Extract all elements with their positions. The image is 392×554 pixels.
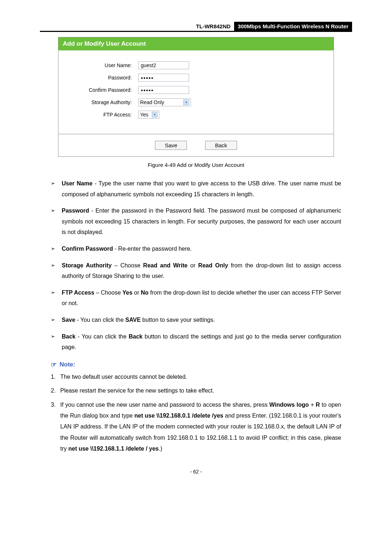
row-ftp: FTP Access: Yes ▾ <box>66 111 326 119</box>
note-heading: ☞ Note: <box>51 361 352 369</box>
page-number: - 62 - <box>40 469 352 475</box>
button-row: Save Back <box>58 134 334 156</box>
ftp-value: Yes <box>140 112 148 118</box>
list-item: 3. If you cannot use the new user name a… <box>51 399 341 455</box>
model-number: TL-WR842ND <box>192 22 234 31</box>
label-password: Password: <box>66 75 138 81</box>
product-description: 300Mbps Multi-Function Wireless N Router <box>234 22 352 31</box>
list-item: 1. The two default user accounts cannot … <box>51 372 341 382</box>
bullet-icon: ➢ <box>51 178 55 200</box>
row-username: User Name: <box>66 61 326 69</box>
bullet-icon: ➢ <box>51 205 55 238</box>
pointing-hand-icon: ☞ <box>51 361 57 369</box>
note-text: The two default user accounts cannot be … <box>60 372 341 382</box>
page-header: TL-WR842ND 300Mbps Multi-Function Wirele… <box>40 22 352 32</box>
note-label: Note: <box>60 361 75 368</box>
figure-caption: Figure 4-49 Add or Modify User Account <box>40 162 352 168</box>
bullet-icon: ➢ <box>51 287 55 309</box>
field-description-list: ➢ User Name - Type the user name that yo… <box>51 178 341 353</box>
note-text: Please restart the service for the new s… <box>60 385 341 396</box>
list-item: ➢ Save - You can click the SAVE button t… <box>51 315 341 325</box>
bullet-text: Save - You can click the SAVE button to … <box>62 315 341 325</box>
form-area: User Name: Password: ●●●●● Confirm Passw… <box>58 50 334 134</box>
label-authority: Storage Authority: <box>66 99 138 105</box>
num-marker: 3. <box>51 399 60 455</box>
note-list: 1. The two default user accounts cannot … <box>51 372 341 455</box>
chevron-down-icon: ▾ <box>183 99 189 105</box>
bullet-text: User Name - Type the user name that you … <box>62 178 341 200</box>
num-marker: 1. <box>51 372 60 382</box>
authority-select[interactable]: Read Only ▾ <box>138 98 191 106</box>
label-ftp: FTP Access: <box>66 112 138 118</box>
bullet-text: Storage Authority – Choose Read and Writ… <box>62 260 341 282</box>
router-ui-screenshot: Add or Modify User Account User Name: Pa… <box>58 37 334 157</box>
back-button[interactable]: Back <box>205 141 237 150</box>
password-input[interactable]: ●●●●● <box>138 74 189 82</box>
bullet-text: Confirm Password - Re-enter the password… <box>62 243 341 254</box>
note-text: If you cannot use the new user name and … <box>60 399 341 455</box>
bullet-text: Back - You can click the Back button to … <box>62 331 341 353</box>
list-item: 2. Please restart the service for the ne… <box>51 385 341 396</box>
row-authority: Storage Authority: Read Only ▾ <box>66 98 326 106</box>
password-mask: ●●●●● <box>141 76 154 80</box>
list-item: ➢ Back - You can click the Back button t… <box>51 331 341 353</box>
authority-value: Read Only <box>140 99 164 105</box>
list-item: ➢ User Name - Type the user name that yo… <box>51 178 341 200</box>
confirm-input[interactable]: ●●●●● <box>138 86 189 94</box>
panel-title: Add or Modify User Account <box>58 37 334 50</box>
bullet-icon: ➢ <box>51 260 55 282</box>
list-item: ➢ Password - Enter the password in the P… <box>51 205 341 238</box>
list-item: ➢ Confirm Password - Re-enter the passwo… <box>51 243 341 254</box>
list-item: ➢ FTP Access – Choose Yes or No from the… <box>51 287 341 309</box>
list-item: ➢ Storage Authority – Choose Read and Wr… <box>51 260 341 282</box>
num-marker: 2. <box>51 385 60 396</box>
bullet-icon: ➢ <box>51 331 55 353</box>
label-username: User Name: <box>66 62 138 68</box>
confirm-mask: ●●●●● <box>141 88 154 92</box>
chevron-down-icon: ▾ <box>152 112 158 118</box>
ftp-select[interactable]: Yes ▾ <box>138 111 159 119</box>
bullet-text: Password - Enter the password in the Pas… <box>62 205 341 238</box>
save-button[interactable]: Save <box>155 141 187 150</box>
label-confirm: Confirm Password: <box>66 87 138 93</box>
row-confirm: Confirm Password: ●●●●● <box>66 86 326 94</box>
bullet-text: FTP Access – Choose Yes or No from the d… <box>62 287 341 309</box>
bullet-icon: ➢ <box>51 315 55 325</box>
row-password: Password: ●●●●● <box>66 74 326 82</box>
username-input[interactable] <box>138 61 189 69</box>
bullet-icon: ➢ <box>51 243 55 254</box>
